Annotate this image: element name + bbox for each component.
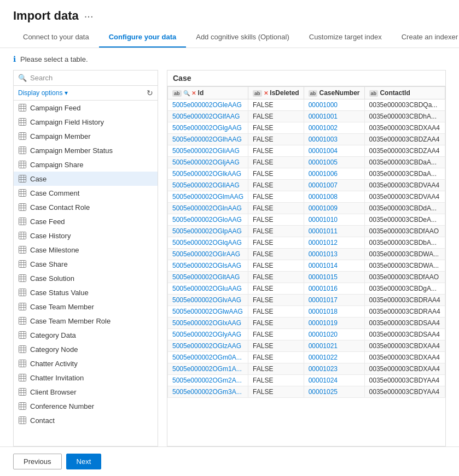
cell-contactid: 0035e000003CBDWA... bbox=[364, 249, 445, 260]
cell-casenumber: 00001023 bbox=[304, 363, 364, 375]
list-item[interactable]: Case Share bbox=[14, 257, 158, 271]
cell-id: 5005e000002OGm3A... bbox=[168, 386, 248, 398]
list-item[interactable]: Category Data bbox=[14, 328, 158, 342]
list-item[interactable]: Client Browser bbox=[14, 385, 158, 399]
list-item[interactable]: Case Comment bbox=[14, 186, 158, 200]
list-item[interactable]: Case Team Member Role bbox=[14, 314, 158, 328]
cell-contactid: 0035e000003CBDYAA4 bbox=[364, 375, 445, 386]
list-item-label: Chatter Activity bbox=[30, 360, 78, 368]
table-row[interactable]: 5005e000002OGleAAGFALSE000010000035e0000… bbox=[168, 99, 446, 111]
cell-contactid: 0035e000003CBDaA... bbox=[364, 168, 445, 180]
svg-rect-105 bbox=[19, 403, 26, 410]
tab-customize[interactable]: Customize target index bbox=[299, 27, 392, 48]
table-row[interactable]: 5005e000002OGlyAAGFALSE000010200035e0000… bbox=[168, 329, 446, 340]
table-row[interactable]: 5005e000002OGlwAAGFALSE000010180035e0000… bbox=[168, 306, 446, 318]
table-row[interactable]: 5005e000002OGlfAAGFALSE000010010035e0000… bbox=[168, 111, 446, 122]
cell-casenumber: 00001020 bbox=[304, 329, 364, 340]
tab-configure[interactable]: Configure your data bbox=[99, 27, 187, 48]
page-title-menu[interactable]: ··· bbox=[84, 10, 94, 22]
list-item[interactable]: Campaign Member bbox=[14, 129, 158, 143]
table-row[interactable]: 5005e000002OGm2A...FALSE000010240035e000… bbox=[168, 375, 446, 386]
table-row[interactable]: 5005e000002OGlsAAGFALSE000010140035e0000… bbox=[168, 260, 446, 272]
list-item[interactable]: Contact bbox=[14, 413, 158, 427]
table-row[interactable]: 5005e000002OGltAAGFALSE000010150035e0000… bbox=[168, 272, 446, 283]
cell-contactid: 0035e000003CBDQa... bbox=[364, 99, 445, 111]
tab-connect[interactable]: Connect to your data bbox=[13, 27, 99, 48]
table-row[interactable]: 5005e000002OGm1A...FALSE000010230035e000… bbox=[168, 363, 446, 375]
cell-accountid: 0015e000004uFMQA... bbox=[445, 180, 445, 191]
table-row[interactable]: 5005e000002OGluAAGFALSE000010160035e0000… bbox=[168, 283, 446, 295]
list-item[interactable]: Case Team Member bbox=[14, 299, 158, 314]
list-item-label: Campaign Feed bbox=[30, 104, 81, 112]
list-item[interactable]: Campaign Share bbox=[14, 157, 158, 172]
cell-isdeleted: FALSE bbox=[248, 226, 304, 237]
cell-casenumber: 00001025 bbox=[304, 386, 364, 398]
table-row[interactable]: 5005e000002OGlqAAGFALSE000010120035e0000… bbox=[168, 237, 446, 249]
svg-rect-5 bbox=[19, 119, 26, 126]
list-item[interactable]: Case bbox=[14, 172, 158, 186]
cell-id: 5005e000002OGloAAG bbox=[168, 214, 248, 226]
table-row[interactable]: 5005e000002OGm3A...FALSE000010250035e000… bbox=[168, 386, 446, 398]
list-item[interactable]: Chatter Activity bbox=[14, 356, 158, 371]
list-item[interactable]: Case Status Value bbox=[14, 285, 158, 299]
table-row[interactable]: 5005e000002OGloAAGFALSE000010100035e0000… bbox=[168, 214, 446, 226]
cell-contactid: 0035e000003CBDRAA4 bbox=[364, 295, 445, 306]
cell-casenumber: 00001017 bbox=[304, 295, 364, 306]
table-row[interactable]: 5005e000002OGlpAAGFALSE000010110035e0000… bbox=[168, 226, 446, 237]
right-panel: Case ab 🔍 ✕ Idab ✕ IsDeletedab CaseNumbe… bbox=[167, 70, 446, 446]
display-options-button[interactable]: Display options ▾ bbox=[18, 89, 68, 97]
table-row[interactable]: 5005e000002OGlzAAGFALSE000010210035e0000… bbox=[168, 340, 446, 352]
table-row[interactable]: 5005e000002OGlrAAGFALSE000010130035e0000… bbox=[168, 249, 446, 260]
table-row[interactable]: 5005e000002OGliAAGFALSE000010040035e0000… bbox=[168, 145, 446, 157]
table-row[interactable]: 5005e000002OGlvAAGFALSE000010170035e0000… bbox=[168, 295, 446, 306]
table-row[interactable]: 5005e000002OGlkAAGFALSE000010060035e0000… bbox=[168, 168, 446, 180]
list-item[interactable]: Case Contact Role bbox=[14, 200, 158, 214]
previous-button[interactable]: Previous bbox=[13, 454, 62, 469]
table-row[interactable]: 5005e000002OGm0A...FALSE000010220035e000… bbox=[168, 352, 446, 363]
svg-rect-20 bbox=[19, 161, 26, 168]
search-box: 🔍 bbox=[14, 70, 158, 86]
table-row[interactable]: 5005e000002OGlnAAGFALSE000010090035e0000… bbox=[168, 203, 446, 214]
table-row[interactable]: 5005e000002OGlxAAGFALSE000010190035e0000… bbox=[168, 318, 446, 329]
list-item[interactable]: Campaign Member Status bbox=[14, 143, 158, 157]
data-table: ab 🔍 ✕ Idab ✕ IsDeletedab CaseNumberab C… bbox=[167, 86, 445, 398]
col-label: IsDeleted bbox=[270, 89, 299, 97]
table-grid-icon bbox=[18, 288, 27, 297]
list-item-label: Category Node bbox=[30, 345, 78, 354]
data-grid[interactable]: ab 🔍 ✕ Idab ✕ IsDeletedab CaseNumberab C… bbox=[167, 86, 445, 446]
cell-casenumber: 00001019 bbox=[304, 318, 364, 329]
tab-indexer[interactable]: Create an indexer bbox=[392, 27, 459, 48]
list-item[interactable]: Case Solution bbox=[14, 271, 158, 285]
table-row[interactable]: 5005e000002OGlmAAGFALSE000010080035e0000… bbox=[168, 191, 446, 203]
cell-casenumber: 00001004 bbox=[304, 145, 364, 157]
list-item[interactable]: Campaign Feed bbox=[14, 101, 158, 115]
list-item[interactable]: Case Feed bbox=[14, 214, 158, 228]
table-list: Campaign Feed Campaign Field History Cam… bbox=[14, 101, 158, 446]
cell-accountid: 0015e000004uFMNA... bbox=[445, 329, 445, 340]
list-item[interactable]: Category Node bbox=[14, 342, 158, 356]
list-item[interactable]: Case History bbox=[14, 228, 158, 243]
list-item[interactable]: Chatter Invitation bbox=[14, 371, 158, 385]
search-input[interactable] bbox=[30, 74, 153, 82]
refresh-button[interactable]: ↻ bbox=[147, 89, 153, 97]
table-row[interactable]: 5005e000002OGljAAGFALSE000010050035e0000… bbox=[168, 157, 446, 168]
table-row[interactable]: 5005e000002OGlhAAGFALSE000010030035e0000… bbox=[168, 134, 446, 145]
tab-cognitive[interactable]: Add cognitive skills (Optional) bbox=[186, 27, 299, 48]
list-item[interactable]: Conference Number bbox=[14, 399, 158, 413]
list-item[interactable]: Campaign Field History bbox=[14, 115, 158, 129]
table-grid-icon bbox=[18, 260, 27, 268]
table-row[interactable]: 5005e000002OGlgAAGFALSE000010020035e0000… bbox=[168, 122, 446, 134]
cell-accountid: 0015e000004uFMMA... bbox=[445, 306, 445, 318]
svg-rect-85 bbox=[19, 346, 26, 353]
list-item-label: Case History bbox=[30, 232, 71, 240]
table-row[interactable]: 5005e000002OGllAAGFALSE000010070035e0000… bbox=[168, 180, 446, 191]
cell-isdeleted: FALSE bbox=[248, 375, 304, 386]
list-item[interactable]: Case Milestone bbox=[14, 243, 158, 257]
table-grid-icon bbox=[18, 373, 27, 382]
table-grid-icon bbox=[18, 302, 27, 311]
next-button[interactable]: Next bbox=[66, 454, 102, 469]
list-item-label: Case Team Member Role bbox=[30, 317, 111, 325]
table-grid-icon bbox=[18, 331, 27, 339]
table-grid-icon bbox=[18, 146, 27, 155]
info-icon: ℹ bbox=[13, 55, 16, 63]
